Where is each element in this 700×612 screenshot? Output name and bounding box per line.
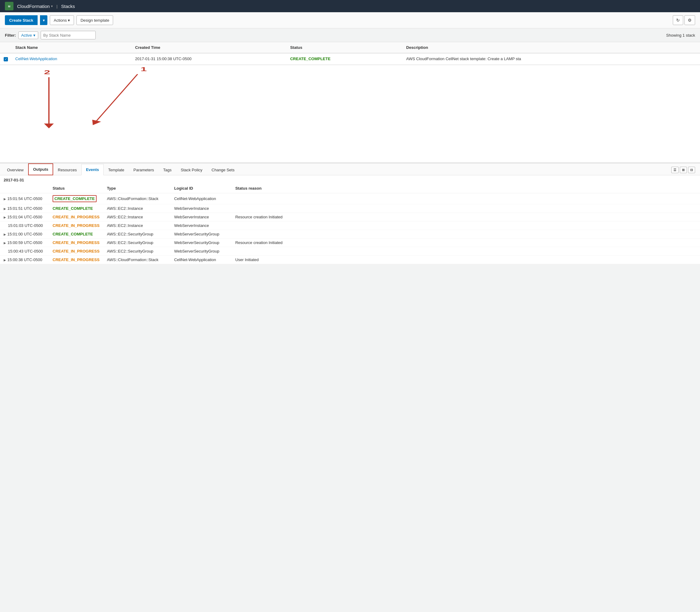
- svg-text:2: 2: [44, 69, 50, 75]
- event-time-cell: ▶15:01:00 UTC-0500: [0, 230, 49, 238]
- tab-icon-list[interactable]: ☰: [671, 167, 678, 173]
- table-header-row: Stack Name Created Time Status Descripti…: [0, 42, 700, 53]
- event-logical-id-cell: WebServerSecurityGroup: [171, 238, 232, 247]
- event-logical-id-cell: WebServerInstance: [171, 212, 232, 221]
- event-type-cell: AWS::CloudFormation::Stack: [103, 193, 171, 204]
- events-table-row: ▶15:00:59 UTC-0500 CREATE_IN_PROGRESS AW…: [0, 238, 700, 247]
- filter-active-button[interactable]: Active ▾: [18, 31, 38, 39]
- row-checkbox[interactable]: [0, 53, 12, 65]
- description-cell: AWS CloudFormation CellNet stack templat…: [403, 53, 700, 65]
- table-row[interactable]: CellNet-WebApplication 2017-01-31 15:00:…: [0, 53, 700, 65]
- event-type-cell: AWS::EC2::SecurityGroup: [103, 247, 171, 255]
- event-time-cell: 15:01:03 UTC-0500: [0, 221, 49, 230]
- events-table-row: 15:00:43 UTC-0500 CREATE_IN_PROGRESS AWS…: [0, 247, 700, 255]
- status-column-header: Status: [286, 42, 403, 53]
- event-logical-id-cell: WebServerInstance: [171, 204, 232, 212]
- actions-dropdown-icon: ▾: [68, 18, 70, 23]
- event-status-cell: CREATE_COMPLETE: [49, 230, 103, 238]
- filter-bar: Filter: Active ▾ Showing 1 stack: [0, 28, 700, 42]
- aws-logo: M: [5, 2, 13, 10]
- events-table-row: ▶15:01:04 UTC-0500 CREATE_IN_PROGRESS AW…: [0, 212, 700, 221]
- filter-label: Filter:: [5, 33, 16, 38]
- tab-overview[interactable]: Overview: [2, 164, 28, 175]
- expand-row-icon[interactable]: ▶: [4, 241, 6, 245]
- event-time-cell: ▶15:01:04 UTC-0500: [0, 212, 49, 221]
- expand-row-icon[interactable]: ▶: [4, 215, 6, 219]
- service-name[interactable]: CloudFormation ▾: [17, 4, 53, 9]
- event-status-cell: CREATE_IN_PROGRESS: [49, 238, 103, 247]
- tab-resources[interactable]: Resources: [53, 164, 81, 175]
- created-time-cell: 2017-01-31 15:00:38 UTC-0500: [132, 53, 286, 65]
- expand-row-icon[interactable]: ▶: [4, 197, 6, 200]
- stack-name-filter-input[interactable]: [41, 31, 96, 39]
- events-table-row: ▶15:01:51 UTC-0500 CREATE_COMPLETE AWS::…: [0, 204, 700, 212]
- type-column-header: Type: [103, 183, 171, 193]
- event-type-cell: AWS::EC2::SecurityGroup: [103, 238, 171, 247]
- event-type-cell: AWS::EC2::Instance: [103, 204, 171, 212]
- event-logical-id-cell: CellNet-WebApplication: [171, 193, 232, 204]
- settings-button[interactable]: ⚙: [684, 15, 695, 25]
- refresh-button[interactable]: ↻: [673, 15, 683, 25]
- checkbox-column-header: [0, 42, 12, 53]
- tab-view-icons: ☰ ⊞ ⊟: [669, 165, 698, 175]
- event-logical-id-cell: WebServerSecurityGroup: [171, 247, 232, 255]
- event-status-reason-cell: [232, 193, 700, 204]
- actions-button[interactable]: Actions ▾: [50, 15, 74, 25]
- create-stack-dropdown-button[interactable]: ▾: [40, 15, 48, 25]
- create-stack-button[interactable]: Create Stack: [5, 15, 38, 25]
- toolbar-right-icons: ↻ ⚙: [673, 15, 695, 25]
- event-status-cell: CREATE_IN_PROGRESS: [49, 255, 103, 264]
- tab-outputs[interactable]: Outputs: [28, 163, 53, 175]
- tab-tags[interactable]: Tags: [159, 164, 176, 175]
- events-table-row: ▶15:01:00 UTC-0500 CREATE_COMPLETE AWS::…: [0, 230, 700, 238]
- event-status-cell: CREATE_COMPLETE: [49, 193, 103, 204]
- expand-row-icon[interactable]: ▶: [4, 259, 6, 262]
- event-time-cell: ▶15:01:54 UTC-0500: [0, 193, 49, 204]
- filter-dropdown-icon: ▾: [33, 33, 36, 38]
- svg-text:1: 1: [140, 66, 147, 72]
- event-status-reason-cell: Resource creation Initiated: [232, 212, 700, 221]
- svg-line-5: [95, 74, 137, 123]
- event-logical-id-cell: WebServerInstance: [171, 221, 232, 230]
- svg-text:M: M: [8, 5, 10, 8]
- stack-name-cell: CellNet-WebApplication: [12, 53, 132, 65]
- empty-area: 2 1: [0, 65, 700, 163]
- tabs-bar: OverviewOutputsResourcesEventsTemplatePa…: [0, 163, 700, 175]
- event-type-cell: AWS::EC2::Instance: [103, 212, 171, 221]
- stack-name-link[interactable]: CellNet-WebApplication: [15, 56, 57, 61]
- expand-row-icon[interactable]: ▶: [4, 233, 6, 236]
- event-type-cell: AWS::CloudFormation::Stack: [103, 255, 171, 264]
- event-time-cell: ▶15:00:59 UTC-0500: [0, 238, 49, 247]
- tab-template[interactable]: Template: [104, 164, 129, 175]
- status-reason-column-header: Status reason: [232, 183, 700, 193]
- top-navigation: M CloudFormation ▾ | Stacks: [0, 0, 700, 12]
- tab-events[interactable]: Events: [81, 164, 104, 175]
- events-date-header: 2017-01-31: [0, 175, 700, 183]
- tab-change-sets[interactable]: Change Sets: [207, 164, 239, 175]
- stacks-nav-label: Stacks: [61, 4, 75, 9]
- service-dropdown-icon: ▾: [51, 4, 53, 8]
- tab-stack-policy[interactable]: Stack Policy: [176, 164, 207, 175]
- events-section: 2017-01-31 Status Type Logical ID Status…: [0, 175, 700, 264]
- stacks-table-wrapper: Stack Name Created Time Status Descripti…: [0, 42, 700, 65]
- event-status-reason-cell: [232, 230, 700, 238]
- logical-id-column-header: Logical ID: [171, 183, 232, 193]
- event-time-cell: 15:00:43 UTC-0500: [0, 247, 49, 255]
- event-status-reason-cell: [232, 221, 700, 230]
- expand-row-icon[interactable]: ▶: [4, 207, 6, 210]
- event-time-cell: ▶15:00:38 UTC-0500: [0, 255, 49, 264]
- events-table-row: ▶15:01:54 UTC-0500 CREATE_COMPLETE AWS::…: [0, 193, 700, 204]
- event-status-cell: CREATE_COMPLETE: [49, 204, 103, 212]
- event-logical-id-cell: CellNet-WebApplication: [171, 255, 232, 264]
- stack-name-column-header: Stack Name: [12, 42, 132, 53]
- events-table: Status Type Logical ID Status reason ▶15…: [0, 183, 700, 264]
- tab-icon-detail[interactable]: ⊟: [688, 167, 695, 173]
- description-column-header: Description: [403, 42, 700, 53]
- event-type-cell: AWS::EC2::Instance: [103, 221, 171, 230]
- event-status-reason-cell: [232, 247, 700, 255]
- toolbar: Create Stack ▾ Actions ▾ Design template…: [0, 12, 700, 28]
- design-template-button[interactable]: Design template: [77, 15, 113, 25]
- tab-parameters[interactable]: Parameters: [129, 164, 159, 175]
- events-table-row: ▶15:00:38 UTC-0500 CREATE_IN_PROGRESS AW…: [0, 255, 700, 264]
- tab-icon-grid[interactable]: ⊞: [680, 167, 687, 173]
